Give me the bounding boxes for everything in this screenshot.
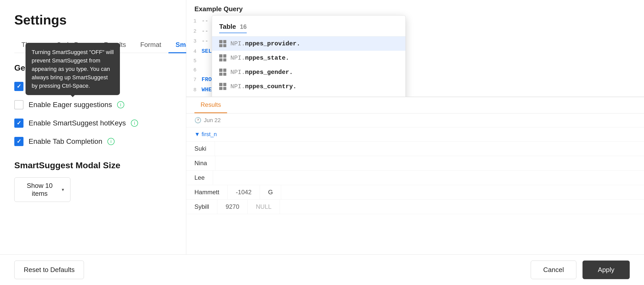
page-title: Settings <box>14 12 172 28</box>
example-query-title: Example Query <box>186 0 644 13</box>
checkbox-tab[interactable] <box>14 137 23 146</box>
info-icon-tab[interactable]: i <box>107 138 115 145</box>
items-dropdown[interactable]: Show 10 items ▾ <box>14 177 70 202</box>
table-row: Nina <box>186 156 644 171</box>
table-row: Lee <box>186 171 644 185</box>
suggest-item-1[interactable]: NPI.nppes_state. <box>212 51 405 65</box>
table-row: Suki <box>186 141 644 156</box>
table-icon-1 <box>219 54 226 61</box>
checkbox-label-eager: Enable Eager suggestions <box>29 101 112 109</box>
checkbox-row-hotkeys: Enable SmartSuggest hotKeys i <box>14 119 172 128</box>
suggest-item-4[interactable]: NPI.nppes_entity_type. <box>212 94 405 97</box>
suggest-item-0[interactable]: NPI.nppes_provider. <box>212 36 405 51</box>
clock-icon: 🕐 <box>194 117 201 124</box>
cell-num: 9270 <box>217 200 247 214</box>
results-meta-row: 🕐 Jun 22 <box>186 113 644 127</box>
footer-right: Cancel Apply <box>531 261 630 279</box>
cell-name: Sybill <box>186 200 217 214</box>
cell-extra: G <box>260 185 281 199</box>
suggest-header: Table 16 <box>212 16 405 36</box>
checkbox-label-hotkeys: Enable SmartSuggest hotKeys <box>29 119 126 127</box>
footer-left: Reset to Defaults <box>14 261 84 279</box>
results-tabs-bar: Results <box>186 97 644 113</box>
chevron-down-icon: ▾ <box>62 187 64 192</box>
table-icon-0 <box>219 40 226 47</box>
first-name-column-header[interactable]: ▼ first_n <box>186 127 644 141</box>
suggest-list: NPI.nppes_provider. NPI.nppes_state. <box>212 36 405 97</box>
items-dropdown-label: Show 10 items <box>21 182 59 198</box>
checkbox-row-tab: Enable Tab Completion i <box>14 137 172 146</box>
right-panel: Example Query 1 -- a sample query so you… <box>186 0 644 254</box>
checkbox-enable-smartsuggest[interactable] <box>14 82 23 91</box>
cell-name: Suki <box>186 141 215 156</box>
table-icon-2 <box>219 69 226 76</box>
reset-defaults-button[interactable]: Reset to Defaults <box>14 261 84 279</box>
cell-null: NULL <box>248 200 280 214</box>
suggest-item-3[interactable]: NPI.nppes_country. <box>212 79 405 94</box>
suggest-tab-table[interactable]: Table 16 <box>219 21 247 33</box>
table-icon-3 <box>219 83 226 90</box>
suggest-item-2[interactable]: NPI.nppes_gender. <box>212 65 405 79</box>
checkbox-label-tab: Enable Tab Completion <box>29 137 102 146</box>
modal-size-title: SmartSuggest Modal Size <box>14 160 172 170</box>
table-row: Hammett -1042 G <box>186 185 644 200</box>
cell-num: -1042 <box>228 185 260 199</box>
results-table: Suki Nina Lee Hammett -1042 G Sybill 927… <box>186 141 644 214</box>
cell-name: Nina <box>186 156 215 170</box>
footer: Reset to Defaults Cancel Apply <box>0 254 644 285</box>
checkbox-row-eager: Enable Eager suggestions i <box>14 100 172 109</box>
smartsuggest-popup: Table 16 NPI.nppes_provider. <box>212 15 406 97</box>
tab-format[interactable]: Format <box>133 37 168 53</box>
modal-size-section: SmartSuggest Modal Size Show 10 items ▾ <box>14 160 172 202</box>
checkbox-hotkeys[interactable] <box>14 119 23 128</box>
table-row: Sybill 9270 NULL <box>186 200 644 214</box>
apply-button[interactable]: Apply <box>583 261 630 279</box>
example-query-container: Example Query 1 -- a sample query so you… <box>186 0 644 97</box>
settings-panel: Settings Theme Code Pane Results Format … <box>0 0 186 254</box>
smartsuggest-tooltip: Turning SmartSuggest "OFF" will prevent … <box>26 43 120 95</box>
cell-name: Hammett <box>186 185 228 199</box>
results-tab[interactable]: Results <box>194 97 227 113</box>
checkbox-eager[interactable] <box>14 100 23 109</box>
cancel-button[interactable]: Cancel <box>531 261 576 279</box>
info-icon-hotkeys[interactable]: i <box>131 120 138 127</box>
cell-name: Lee <box>186 171 213 185</box>
results-area: Results 🕐 Jun 22 ▼ first_n Suki Nina Lee… <box>186 97 644 254</box>
info-icon-eager[interactable]: i <box>117 101 124 108</box>
